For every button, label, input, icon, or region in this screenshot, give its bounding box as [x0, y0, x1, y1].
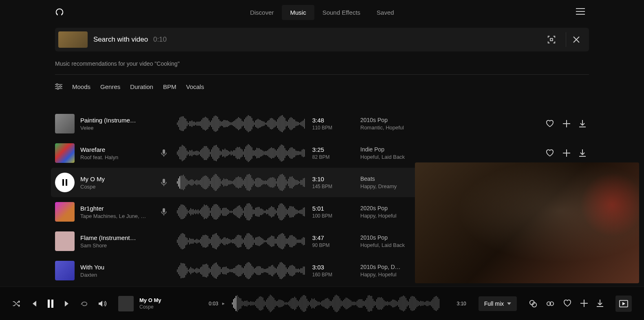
add-button[interactable] [580, 300, 588, 308]
track-waveform[interactable] [177, 232, 307, 250]
track-waveform[interactable] [177, 262, 307, 280]
video-toggle-button[interactable] [615, 296, 632, 312]
like-button[interactable] [563, 300, 571, 308]
track-duration: 3:25 82 BPM [312, 146, 353, 160]
player-controls [12, 300, 88, 308]
track-bpm: 82 BPM [312, 154, 353, 160]
track-bpm: 160 BPM [312, 272, 353, 278]
filter-bar: Moods Genres Duration BPM Vocals [55, 76, 589, 98]
track-bpm: 90 BPM [312, 242, 353, 248]
track-info: Flame (Instrument… Sam Shore [80, 234, 156, 249]
track-waveform[interactable] [177, 173, 307, 191]
track-tags: 2010s Pop Romantic, Hopeful [360, 117, 442, 131]
like-button[interactable] [546, 120, 554, 127]
track-cover[interactable] [55, 143, 75, 163]
player-waveform[interactable] [232, 295, 450, 313]
add-button[interactable] [563, 149, 570, 157]
track-cover[interactable] [55, 114, 75, 133]
svg-point-1 [56, 84, 58, 85]
player-current-time: 0:03 [209, 301, 218, 307]
video-search-bar: Search with video 0:10 [55, 28, 589, 51]
video-preview[interactable] [415, 162, 639, 283]
filter-moods[interactable]: Moods [72, 83, 90, 90]
track-cover[interactable] [55, 261, 75, 280]
track-title: My O My [80, 176, 156, 182]
chevron-down-icon [507, 302, 511, 305]
mix-selector[interactable]: Full mix [479, 296, 517, 311]
add-button[interactable] [563, 120, 570, 127]
player-bar: My O My Cospe 0:03 ► 3:10 Full mix [0, 287, 644, 320]
track-waveform[interactable] [177, 203, 307, 221]
track-info: My O My Cospe [80, 176, 156, 190]
track-artist: Velee [80, 125, 156, 131]
recommendations-label: Music recommendations for your video "Co… [55, 60, 589, 67]
stems-button[interactable] [546, 300, 554, 308]
logo[interactable] [55, 8, 64, 17]
loop-button[interactable] [81, 300, 88, 307]
header: Discover Music Sound Effects Saved [0, 0, 644, 24]
filter-genres[interactable]: Genres [100, 83, 120, 90]
search-duration: 0:10 [153, 36, 167, 43]
player-track-title: My O My [139, 297, 188, 303]
track-title: Painting (Instrume… [80, 117, 156, 124]
vocals-icon [156, 208, 172, 216]
track-bpm: 100 BPM [312, 213, 353, 219]
player-actions [529, 300, 603, 308]
volume-button[interactable] [99, 300, 107, 307]
nav-tabs: Discover Music Sound Effects Saved [242, 5, 402, 20]
vocals-icon [156, 149, 172, 157]
download-button[interactable] [579, 149, 586, 157]
svg-rect-0 [550, 38, 553, 41]
search-label: Search with video 0:10 [93, 36, 544, 44]
select-segment-button[interactable] [544, 32, 559, 47]
filter-bpm[interactable]: BPM [163, 83, 176, 90]
previous-button[interactable] [31, 301, 37, 307]
track-bpm: 145 BPM [312, 184, 353, 189]
track-artist: Tape Machines, Le June, … [80, 213, 156, 219]
track-artist: Daxten [80, 272, 156, 278]
svg-rect-10 [66, 179, 67, 186]
track-actions [546, 149, 589, 157]
track-waveform[interactable] [177, 115, 307, 133]
mix-label: Full mix [484, 300, 504, 307]
search-label-text: Search with video [93, 36, 148, 43]
track-artist: Cospe [80, 184, 156, 190]
nav-discover[interactable]: Discover [242, 5, 282, 20]
filter-duration[interactable]: Duration [130, 83, 153, 90]
pause-button[interactable] [47, 300, 54, 308]
track-pause-button[interactable] [55, 173, 75, 192]
track-waveform[interactable] [177, 144, 307, 162]
menu-button[interactable] [576, 8, 585, 15]
svg-point-3 [57, 88, 59, 89]
track-duration: 3:10 145 BPM [312, 176, 353, 189]
player-total-time: 3:10 [457, 301, 466, 307]
player-marker-icon: ► [221, 301, 225, 306]
svg-rect-20 [51, 300, 53, 308]
search-video-thumbnail[interactable] [58, 31, 88, 48]
track-actions [546, 120, 589, 127]
filter-vocals[interactable]: Vocals [186, 83, 204, 90]
nav-sound-effects[interactable]: Sound Effects [314, 5, 368, 20]
nav-saved[interactable]: Saved [368, 5, 402, 20]
divider [55, 74, 589, 75]
track-cover[interactable] [55, 202, 75, 222]
next-button[interactable] [64, 301, 70, 307]
player-track-cover[interactable] [118, 296, 134, 311]
track-row[interactable]: Painting (Instrume… Velee 3:48 110 BPM 2… [51, 109, 593, 138]
filter-settings-icon[interactable] [55, 83, 62, 90]
track-cover[interactable] [55, 231, 75, 251]
track-artist: Roof feat. Halyn [80, 154, 156, 160]
track-duration: 3:48 110 BPM [312, 117, 353, 131]
nav-music[interactable]: Music [282, 5, 314, 20]
download-button[interactable] [579, 120, 586, 127]
svg-rect-11 [163, 179, 165, 183]
track-info: With You Daxten [80, 264, 156, 278]
similar-button[interactable] [529, 300, 537, 308]
shuffle-button[interactable] [12, 300, 20, 307]
download-button[interactable] [597, 300, 603, 308]
like-button[interactable] [546, 149, 554, 157]
svg-rect-19 [48, 300, 50, 308]
close-search-button[interactable] [569, 33, 583, 47]
svg-rect-9 [62, 179, 64, 186]
divider [566, 32, 566, 47]
